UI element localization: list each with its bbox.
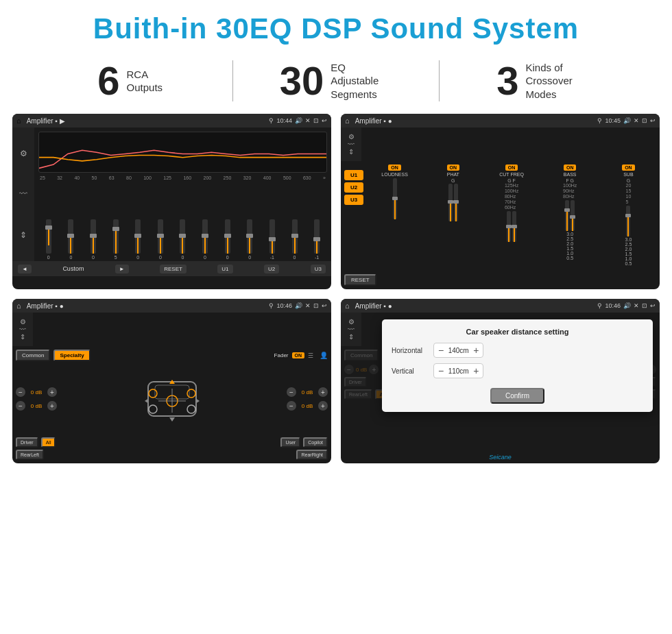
dist-horizontal-value: 140cm bbox=[446, 347, 470, 354]
dist-confirm-button[interactable]: Confirm bbox=[490, 388, 544, 404]
eq-bottom-bar: ◄ Custom ► RESET U1 U2 U3 bbox=[12, 261, 331, 276]
eq-reset-button[interactable]: RESET bbox=[160, 265, 187, 273]
fader-vol-icon[interactable]: 🔊 bbox=[295, 302, 302, 309]
dist-dialog-title: Car speaker distance setting bbox=[392, 328, 643, 336]
eq-slider-11[interactable]: -1 bbox=[262, 219, 283, 260]
fader-fr-minus[interactable]: − bbox=[287, 387, 296, 397]
eq-slider-8[interactable]: 0 bbox=[195, 219, 215, 260]
fader-rr-plus[interactable]: + bbox=[318, 401, 328, 411]
fader-rl-plus[interactable]: + bbox=[47, 401, 57, 411]
fader-rearright-btn[interactable]: RearRight bbox=[296, 450, 328, 460]
eq-u2-button[interactable]: U2 bbox=[264, 265, 279, 273]
eq-slider-3[interactable]: 0 bbox=[83, 219, 104, 260]
amp-u3-button[interactable]: U3 bbox=[344, 195, 363, 205]
eq-expand-icon[interactable]: ⊡ bbox=[313, 117, 319, 124]
fader-toggle-lines[interactable]: ☰ bbox=[308, 352, 313, 359]
fader-home-icon[interactable]: ⌂ bbox=[16, 302, 21, 310]
amp-vol-icon[interactable]: 🔊 bbox=[623, 117, 631, 124]
eq-u3-button[interactable]: U3 bbox=[311, 265, 326, 273]
amp-sidebar-icon-1[interactable]: ⚙ bbox=[348, 133, 355, 141]
fader-user-btn[interactable]: User bbox=[280, 437, 300, 448]
eq-prev-button[interactable]: ◄ bbox=[18, 265, 32, 273]
amp-home-icon[interactable]: ⌂ bbox=[345, 117, 350, 125]
amp-sidebar-icon-2[interactable]: 〰 bbox=[348, 141, 355, 148]
bass-on-badge[interactable]: ON bbox=[564, 164, 577, 171]
fader-all-btn[interactable]: All bbox=[41, 437, 56, 448]
eq-status-bar: ⌂ Amplifier ▪ ▶ ⚲ 10:44 🔊 ✕ ⊡ ↩ bbox=[12, 114, 331, 127]
eq-u1-button[interactable]: U1 bbox=[217, 265, 232, 273]
dist-vol-icon[interactable]: 🔊 bbox=[623, 302, 631, 309]
fader-fl-minus[interactable]: − bbox=[16, 387, 25, 397]
eq-slider-5[interactable]: 0 bbox=[128, 219, 148, 260]
amp-status-bar: ⌂ Amplifier ▪ ● ⚲ 10:45 🔊 ✕ ⊡ ↩ bbox=[341, 114, 660, 127]
dist-common-tab[interactable]: Common bbox=[344, 350, 379, 361]
fader-driver-btn[interactable]: Driver bbox=[16, 437, 38, 448]
fader-x-icon[interactable]: ✕ bbox=[305, 302, 311, 309]
dist-vertical-minus[interactable]: − bbox=[438, 365, 444, 376]
dist-vertical-plus[interactable]: + bbox=[473, 365, 479, 376]
fader-expand-icon[interactable]: ⊡ bbox=[313, 302, 319, 309]
fader-on-badge[interactable]: ON bbox=[292, 352, 305, 358]
fader-common-tab[interactable]: Common bbox=[16, 350, 50, 361]
dist-sidebar-icon-1[interactable]: ⚙ bbox=[348, 318, 355, 326]
fader-rearleft-btn[interactable]: RearLeft bbox=[16, 450, 44, 460]
eq-icon-2[interactable]: 〰 bbox=[19, 189, 27, 199]
fader-fl-value: 0 dB bbox=[28, 389, 45, 395]
eq-back-icon[interactable]: ↩ bbox=[322, 117, 327, 124]
fader-person-icon[interactable]: 👤 bbox=[320, 352, 328, 359]
dist-x-icon[interactable]: ✕ bbox=[634, 302, 639, 309]
amp-u1-button[interactable]: U1 bbox=[344, 170, 363, 180]
fader-fr-plus[interactable]: + bbox=[318, 387, 328, 397]
amp-u2-button[interactable]: U2 bbox=[344, 182, 363, 193]
eq-screen-title: Amplifier ▪ ▶ bbox=[27, 117, 267, 125]
dist-expand-icon[interactable]: ⊡ bbox=[642, 302, 647, 309]
loudness-on-badge[interactable]: ON bbox=[388, 164, 401, 171]
eq-x-icon[interactable]: ✕ bbox=[305, 117, 311, 124]
sub-label: SUB bbox=[623, 172, 633, 177]
eq-next-button[interactable]: ► bbox=[115, 265, 129, 273]
fader-copilot-btn[interactable]: Copilot bbox=[303, 437, 328, 448]
eq-icon-1[interactable]: ⚙ bbox=[20, 149, 27, 158]
fader-sidebar-icon-3[interactable]: ⇕ bbox=[20, 333, 25, 341]
eq-slider-2[interactable]: 0 bbox=[61, 219, 82, 260]
eq-home-icon[interactable]: ⌂ bbox=[16, 117, 21, 125]
fader-sidebar-icon-1[interactable]: ⚙ bbox=[20, 318, 26, 326]
eq-slider-13[interactable]: -1 bbox=[307, 219, 327, 260]
amp-sidebar-icon-3[interactable]: ⇕ bbox=[348, 148, 354, 156]
fader-rr-minus[interactable]: − bbox=[287, 401, 296, 411]
dist-vertical-value: 110cm bbox=[446, 367, 470, 375]
fader-rl-value: 0 dB bbox=[28, 403, 45, 409]
dist-back-icon[interactable]: ↩ bbox=[650, 302, 656, 309]
dist-sidebar-icon-2[interactable]: 〰 bbox=[348, 326, 355, 333]
eq-slider-10[interactable]: 0 bbox=[239, 219, 260, 260]
fader-sidebar-icon-2[interactable]: 〰 bbox=[19, 326, 26, 333]
eq-slider-7[interactable]: 0 bbox=[173, 219, 193, 260]
dist-sidebar-icon-3[interactable]: ⇕ bbox=[348, 333, 354, 341]
eq-slider-4[interactable]: 5 bbox=[106, 219, 126, 260]
amp-reset-button[interactable]: RESET bbox=[344, 274, 376, 286]
cutfreq-on-badge[interactable]: ON bbox=[505, 164, 518, 171]
eq-pin-icon: ⚲ bbox=[269, 117, 274, 124]
amp-x-icon[interactable]: ✕ bbox=[634, 117, 639, 124]
dist-horizontal-plus[interactable]: + bbox=[473, 345, 479, 356]
eq-vol-icon[interactable]: 🔊 bbox=[295, 117, 302, 124]
fader-car-svg bbox=[138, 365, 206, 433]
eq-slider-1[interactable]: 0 bbox=[38, 219, 59, 260]
fader-pin-icon: ⚲ bbox=[269, 302, 274, 309]
amp-back-icon[interactable]: ↩ bbox=[650, 117, 656, 124]
fader-screen-title: Amplifier ▪ ● bbox=[27, 302, 267, 310]
phat-on-badge[interactable]: ON bbox=[447, 164, 460, 171]
sub-on-badge[interactable]: ON bbox=[622, 164, 635, 171]
eq-slider-6[interactable]: 0 bbox=[150, 219, 171, 260]
fader-back-icon[interactable]: ↩ bbox=[322, 302, 327, 309]
fader-specialty-tab[interactable]: Specialty bbox=[53, 350, 90, 361]
dist-home-icon[interactable]: ⌂ bbox=[345, 302, 350, 310]
fader-fl-plus[interactable]: + bbox=[47, 387, 57, 397]
eq-slider-9[interactable]: 0 bbox=[217, 219, 238, 260]
dist-horizontal-minus[interactable]: − bbox=[438, 345, 444, 356]
amp-expand-icon[interactable]: ⊡ bbox=[642, 117, 647, 124]
fader-rl-minus[interactable]: − bbox=[16, 401, 25, 411]
eq-slider-12[interactable]: 0 bbox=[285, 219, 305, 260]
eq-icon-3[interactable]: ⇕ bbox=[20, 230, 27, 240]
stat-crossover-label: Kinds ofCrossover Modes bbox=[525, 61, 587, 101]
